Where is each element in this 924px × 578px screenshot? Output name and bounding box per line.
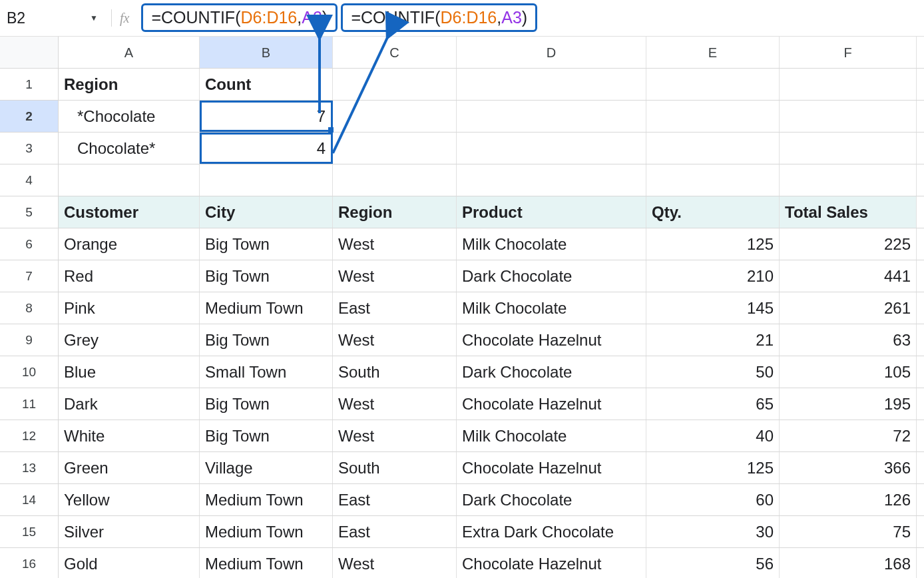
cell-A13[interactable]: Green (59, 452, 200, 483)
row-header-14[interactable]: 14 (0, 484, 59, 515)
row-header-3[interactable]: 3 (0, 133, 59, 164)
cell-B14[interactable]: Medium Town (200, 484, 333, 515)
cell-E7[interactable]: 210 (646, 260, 780, 292)
cell-A4[interactable] (59, 164, 200, 196)
cell-F11[interactable]: 195 (780, 388, 917, 420)
cell-D14[interactable]: Dark Chocolate (457, 484, 646, 515)
cell-D8[interactable]: Milk Chocolate (457, 292, 646, 324)
cell-C5[interactable]: Region (333, 196, 457, 228)
cell-A2[interactable]: *Chocolate (59, 101, 200, 132)
cell-C3[interactable] (333, 133, 457, 164)
cell-A5[interactable]: Customer (59, 196, 200, 228)
cell-F6[interactable]: 225 (780, 228, 917, 260)
cell-E9[interactable]: 21 (646, 324, 780, 356)
cell-C16[interactable]: West (333, 548, 457, 578)
cell-B12[interactable]: Big Town (200, 420, 333, 451)
row-header-2[interactable]: 2 (0, 101, 59, 132)
row-header-9[interactable]: 9 (0, 324, 59, 356)
cell-C11[interactable]: West (333, 388, 457, 420)
cell-F7[interactable]: 441 (780, 260, 917, 292)
row-header-4[interactable]: 4 (0, 164, 59, 196)
cell-B6[interactable]: Big Town (200, 228, 333, 260)
cell-B5[interactable]: City (200, 196, 333, 228)
cell-C2[interactable] (333, 101, 457, 132)
cell-D2[interactable] (457, 101, 646, 132)
cell-A9[interactable]: Grey (59, 324, 200, 356)
cell-B3[interactable]: 4 (200, 133, 333, 164)
chevron-down-icon[interactable]: ▼ (90, 13, 98, 23)
cell-A10[interactable]: Blue (59, 356, 200, 388)
cell-F16[interactable]: 168 (780, 548, 917, 578)
cell-C8[interactable]: East (333, 292, 457, 324)
cell-B8[interactable]: Medium Town (200, 292, 333, 324)
spreadsheet-grid[interactable]: A B C D E F 1 Region Count 2 *Chocolate … (0, 37, 924, 578)
cell-A1[interactable]: Region (59, 69, 200, 100)
cell-C10[interactable]: South (333, 356, 457, 388)
cell-E16[interactable]: 56 (646, 548, 780, 578)
cell-D15[interactable]: Extra Dark Chocolate (457, 516, 646, 547)
cell-F8[interactable]: 261 (780, 292, 917, 324)
cell-F12[interactable]: 72 (780, 420, 917, 451)
row-header-10[interactable]: 10 (0, 356, 59, 388)
cell-E5[interactable]: Qty. (646, 196, 780, 228)
row-header-1[interactable]: 1 (0, 69, 59, 100)
cell-E10[interactable]: 50 (646, 356, 780, 388)
row-header-11[interactable]: 11 (0, 388, 59, 420)
cell-B2[interactable]: 7 (200, 101, 333, 132)
cell-D3[interactable] (457, 133, 646, 164)
cell-D6[interactable]: Milk Chocolate (457, 228, 646, 260)
cell-F13[interactable]: 366 (780, 452, 917, 483)
cell-B13[interactable]: Village (200, 452, 333, 483)
cell-D10[interactable]: Dark Chocolate (457, 356, 646, 388)
cell-E2[interactable] (646, 101, 780, 132)
row-header-13[interactable]: 13 (0, 452, 59, 483)
cell-B16[interactable]: Medium Town (200, 548, 333, 578)
col-header-F[interactable]: F (780, 37, 917, 68)
row-header-5[interactable]: 5 (0, 196, 59, 228)
fx-icon[interactable]: fx (120, 11, 129, 26)
cell-A11[interactable]: Dark (59, 388, 200, 420)
cell-D7[interactable]: Dark Chocolate (457, 260, 646, 292)
cell-F2[interactable] (780, 101, 917, 132)
cell-C6[interactable]: West (333, 228, 457, 260)
row-header-16[interactable]: 16 (0, 548, 59, 578)
cell-A14[interactable]: Yellow (59, 484, 200, 515)
cell-E8[interactable]: 145 (646, 292, 780, 324)
col-header-A[interactable]: A (59, 37, 200, 68)
cell-E14[interactable]: 60 (646, 484, 780, 515)
cell-D1[interactable] (457, 69, 646, 100)
row-header-6[interactable]: 6 (0, 228, 59, 260)
col-header-E[interactable]: E (646, 37, 780, 68)
cell-C9[interactable]: West (333, 324, 457, 356)
cell-E15[interactable]: 30 (646, 516, 780, 547)
cell-B1[interactable]: Count (200, 69, 333, 100)
cell-C12[interactable]: West (333, 420, 457, 451)
row-header-12[interactable]: 12 (0, 420, 59, 451)
cell-D11[interactable]: Chocolate Hazelnut (457, 388, 646, 420)
cell-A16[interactable]: Gold (59, 548, 200, 578)
cell-C4[interactable] (333, 164, 457, 196)
cell-F14[interactable]: 126 (780, 484, 917, 515)
name-box[interactable]: B2 ▼ (7, 5, 103, 31)
cell-E13[interactable]: 125 (646, 452, 780, 483)
cell-B11[interactable]: Big Town (200, 388, 333, 420)
cell-F3[interactable] (780, 133, 917, 164)
cell-B15[interactable]: Medium Town (200, 516, 333, 547)
cell-E6[interactable]: 125 (646, 228, 780, 260)
col-header-B[interactable]: B (200, 37, 333, 68)
selection-handle[interactable] (328, 127, 334, 133)
cell-D16[interactable]: Chocolate Hazelnut (457, 548, 646, 578)
cell-D9[interactable]: Chocolate Hazelnut (457, 324, 646, 356)
cell-C14[interactable]: East (333, 484, 457, 515)
col-header-C[interactable]: C (333, 37, 457, 68)
cell-E12[interactable]: 40 (646, 420, 780, 451)
cell-A6[interactable]: Orange (59, 228, 200, 260)
cell-E3[interactable] (646, 133, 780, 164)
cell-C7[interactable]: West (333, 260, 457, 292)
cell-D13[interactable]: Chocolate Hazelnut (457, 452, 646, 483)
row-header-8[interactable]: 8 (0, 292, 59, 324)
cell-A15[interactable]: Silver (59, 516, 200, 547)
cell-F1[interactable] (780, 69, 917, 100)
cell-F10[interactable]: 105 (780, 356, 917, 388)
cell-B7[interactable]: Big Town (200, 260, 333, 292)
